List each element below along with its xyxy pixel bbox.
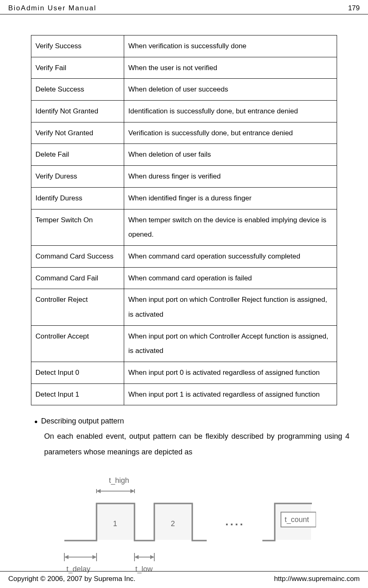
pulse-2-label: 2 (171, 520, 175, 528)
event-name-cell: Command Card Fail (31, 267, 124, 289)
event-desc-cell: When verification is successfully done (124, 35, 337, 57)
event-name-cell: Controller Reject (31, 289, 124, 325)
page-content: Verify SuccessWhen verification is succe… (0, 14, 368, 588)
table-row: Delete FailWhen deletion of user fails (31, 144, 337, 166)
event-name-cell: Delete Success (31, 79, 124, 101)
event-name-cell: Identify Not Granted (31, 101, 124, 122)
pulse-1-label: 1 (113, 520, 117, 528)
table-row: Command Card FailWhen command card opera… (31, 267, 337, 289)
bullet-title: Describing output pattern (41, 417, 124, 426)
event-name-cell: Detect Input 1 (31, 383, 124, 405)
page-footer: Copyright © 2006, 2007 by Suprema Inc. h… (0, 571, 368, 588)
bullet-section: ● Describing output pattern On each enab… (19, 417, 349, 460)
event-name-cell: Verify Duress (31, 166, 124, 188)
event-desc-cell: When the user is not verified (124, 57, 337, 79)
table-row: Delete SuccessWhen deletion of user succ… (31, 79, 337, 101)
event-name-cell: Command Card Success (31, 245, 124, 267)
bullet-icon: ● (34, 418, 38, 425)
table-row: Controller RejectWhen input port on whic… (31, 289, 337, 325)
table-row: Verify SuccessWhen verification is succe… (31, 35, 337, 57)
event-desc-cell: Verification is successfully done, but e… (124, 122, 337, 144)
table-row: Identify Not GrantedIdentification is su… (31, 101, 337, 122)
page-number: 179 (348, 4, 360, 12)
event-desc-cell: When identified finger is a duress finge… (124, 187, 337, 209)
event-desc-cell: When input port 0 is activated regardles… (124, 362, 337, 384)
copyright-text: Copyright © 2006, 2007 by Suprema Inc. (8, 575, 135, 583)
event-desc-cell: When deletion of user fails (124, 144, 337, 166)
svg-marker-8 (64, 555, 68, 559)
table-row: Verify DuressWhen duress finger is verif… (31, 166, 337, 188)
event-name-cell: Delete Fail (31, 144, 124, 166)
svg-marker-2 (130, 489, 134, 493)
section-description: On each enabled event, output pattern ca… (34, 429, 349, 460)
event-desc-cell: When input port 1 is activated regardles… (124, 383, 337, 405)
table-row: Identify DuressWhen identified finger is… (31, 187, 337, 209)
table-row: Detect Input 1When input port 1 is activ… (31, 383, 337, 405)
svg-marker-1 (97, 489, 101, 493)
table-row: Detect Input 0When input port 0 is activ… (31, 362, 337, 384)
event-desc-cell: When duress finger is verified (124, 166, 337, 188)
timing-diagram: t_high 1 2 t_delay (52, 473, 316, 588)
event-table: Verify SuccessWhen verification is succe… (31, 35, 337, 405)
table-row: Temper Switch OnWhen temper switch on th… (31, 209, 337, 245)
event-desc-cell: Identification is successfully done, but… (124, 101, 337, 122)
table-row: Verify Not GrantedVerification is succes… (31, 122, 337, 144)
t-count-label: t_count (285, 515, 309, 524)
event-name-cell: Detect Input 0 (31, 362, 124, 384)
event-desc-cell: When command card operation is failed (124, 267, 337, 289)
event-desc-cell: When input port on which Controller Acce… (124, 325, 337, 362)
dots-label: .... (225, 515, 245, 528)
event-name-cell: Verify Fail (31, 57, 124, 79)
table-row: Command Card SuccessWhen command card op… (31, 245, 337, 267)
page-header: BioAdmin User Manual 179 (0, 0, 368, 14)
event-name-cell: Verify Not Granted (31, 122, 124, 144)
footer-url: http://www.supremainc.com (274, 575, 360, 583)
header-title: BioAdmin User Manual (8, 4, 97, 12)
event-name-cell: Identify Duress (31, 187, 124, 209)
event-name-cell: Temper Switch On (31, 209, 124, 245)
svg-marker-13 (134, 555, 139, 559)
table-row: Controller AcceptWhen input port on whic… (31, 325, 337, 362)
event-desc-cell: When deletion of user succeeds (124, 79, 337, 101)
event-desc-cell: When command card operation successfully… (124, 245, 337, 267)
bullet-heading: ● Describing output pattern (34, 417, 349, 426)
event-name-cell: Verify Success (31, 35, 124, 57)
table-row: Verify FailWhen the user is not verified (31, 57, 337, 79)
event-desc-cell: When temper switch on the device is enab… (124, 209, 337, 245)
t-high-label: t_high (109, 476, 129, 485)
svg-marker-9 (92, 555, 97, 559)
event-name-cell: Controller Accept (31, 325, 124, 362)
svg-marker-14 (150, 555, 154, 559)
event-desc-cell: When input port on which Controller Reje… (124, 289, 337, 325)
